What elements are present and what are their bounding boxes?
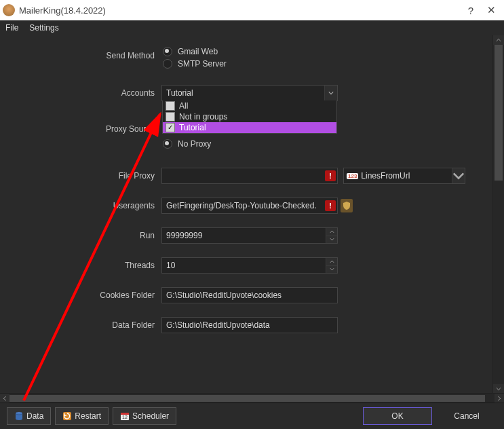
- data-button-label: Data: [26, 411, 43, 421]
- svg-text:12: 12: [122, 415, 128, 419]
- data-folder-value: G:\Studio\RedditUpvote\data: [162, 320, 337, 330]
- cancel-button[interactable]: Cancel: [436, 408, 497, 424]
- scroll-up-icon[interactable]: [493, 35, 504, 45]
- restart-button-label: Restart: [75, 411, 101, 421]
- radio-gmail-web[interactable]: Gmail Web: [163, 47, 339, 56]
- scroll-left-icon[interactable]: [0, 394, 9, 403]
- label-file-proxy: File Proxy: [4, 171, 161, 181]
- ok-button-label: OK: [391, 411, 403, 421]
- useragents-input[interactable]: GetFingering/DeskTop-Youtube-Checked. !: [161, 198, 338, 214]
- run-value: 99999999: [162, 231, 326, 240]
- checkbox-icon: [166, 101, 175, 111]
- radio-smtp-label: SMTP Server: [178, 59, 227, 69]
- cookies-folder-value: G:\Studio\RedditUpvote\cookies: [162, 291, 337, 300]
- calendar-icon: 12: [120, 411, 130, 421]
- accounts-combo[interactable]: Tutorial All Not in gr: [161, 85, 338, 101]
- label-useragents: Useragents: [4, 201, 161, 210]
- radio-no-proxy[interactable]: No Proxy: [163, 139, 339, 149]
- ok-button[interactable]: OK: [363, 407, 432, 425]
- data-button[interactable]: Data: [7, 407, 51, 425]
- restart-icon: [62, 411, 72, 421]
- lines-from-value: LinesFromUrl: [361, 171, 452, 181]
- chevron-down-icon[interactable]: [452, 168, 465, 183]
- lines-from-combo[interactable]: 123 LinesFromUrl: [343, 168, 465, 184]
- close-button[interactable]: ✕: [481, 4, 501, 16]
- client-area: Send Method Gmail Web SMTP Server Accoun…: [0, 35, 504, 403]
- radio-smtp-server[interactable]: SMTP Server: [163, 59, 339, 69]
- radio-dot-icon: [163, 47, 172, 56]
- radio-dot-icon: [163, 59, 172, 69]
- send-method-group: Gmail Web SMTP Server: [161, 43, 341, 73]
- label-accounts: Accounts: [4, 88, 161, 98]
- accounts-combo-value: Tutorial: [162, 88, 324, 98]
- window-title: MailerKing(18.4.2022): [19, 5, 106, 16]
- warning-icon[interactable]: !: [325, 170, 336, 181]
- lines-badge-icon: 123: [347, 173, 358, 179]
- spinner[interactable]: [326, 228, 337, 243]
- help-button[interactable]: ?: [461, 5, 481, 16]
- label-send-method: Send Method: [4, 43, 161, 60]
- chevron-down-icon[interactable]: [324, 86, 337, 100]
- shield-icon[interactable]: [341, 199, 353, 212]
- useragents-value: GetFingering/DeskTop-Youtube-Checked.: [162, 201, 325, 210]
- label-cookies-folder: Cookies Folder: [4, 291, 161, 300]
- data-folder-input[interactable]: G:\Studio\RedditUpvote\data: [161, 317, 338, 333]
- accounts-option-not-in-groups[interactable]: Not in groups: [163, 111, 336, 122]
- checkbox-icon: [166, 112, 175, 122]
- menu-settings[interactable]: Settings: [29, 23, 58, 33]
- label-threads: Threads: [4, 261, 161, 270]
- horizontal-scrollbar[interactable]: [0, 393, 504, 403]
- radio-no-proxy-label: No Proxy: [178, 139, 211, 149]
- menubar: File Settings: [0, 20, 504, 36]
- menu-file[interactable]: File: [5, 23, 18, 33]
- restart-button[interactable]: Restart: [55, 407, 109, 425]
- footer: Data Restart 12 Scheduler OK Cancel: [0, 403, 504, 429]
- radio-gmail-label: Gmail Web: [178, 47, 218, 56]
- file-proxy-input[interactable]: !: [161, 168, 338, 184]
- run-input[interactable]: 99999999: [161, 227, 338, 244]
- accounts-option-tutorial[interactable]: ✓ Tutorial: [163, 122, 336, 133]
- radio-dot-icon: [163, 139, 172, 149]
- scheduler-button[interactable]: 12 Scheduler: [113, 407, 176, 425]
- scroll-thumb[interactable]: [9, 395, 485, 402]
- label-data-folder: Data Folder: [4, 320, 161, 330]
- app-icon: [3, 4, 15, 16]
- accounts-option-all[interactable]: All: [163, 100, 336, 111]
- label-proxy-source: Proxy Source: [4, 124, 161, 134]
- database-icon: [14, 411, 24, 421]
- spin-up-icon[interactable]: [326, 258, 337, 265]
- spinner[interactable]: [326, 258, 337, 273]
- threads-value: 10: [162, 261, 326, 270]
- scroll-right-icon[interactable]: [495, 394, 504, 403]
- scroll-down-icon[interactable]: [493, 384, 504, 394]
- scheduler-button-label: Scheduler: [132, 411, 169, 421]
- label-run: Run: [4, 231, 161, 240]
- cookies-folder-input[interactable]: G:\Studio\RedditUpvote\cookies: [161, 287, 338, 303]
- spin-down-icon[interactable]: [326, 236, 337, 244]
- vertical-scrollbar[interactable]: [492, 35, 504, 394]
- warning-icon[interactable]: !: [325, 200, 336, 211]
- spin-up-icon[interactable]: [326, 228, 337, 236]
- cancel-button-label: Cancel: [454, 411, 479, 421]
- checkbox-icon: ✓: [166, 123, 175, 132]
- threads-input[interactable]: 10: [161, 257, 338, 274]
- accounts-dropdown: All Not in groups ✓ Tutorial: [162, 100, 337, 134]
- spin-down-icon[interactable]: [326, 265, 337, 274]
- titlebar: MailerKing(18.4.2022) ? ✕: [0, 0, 504, 20]
- scroll-thumb[interactable]: [495, 45, 503, 181]
